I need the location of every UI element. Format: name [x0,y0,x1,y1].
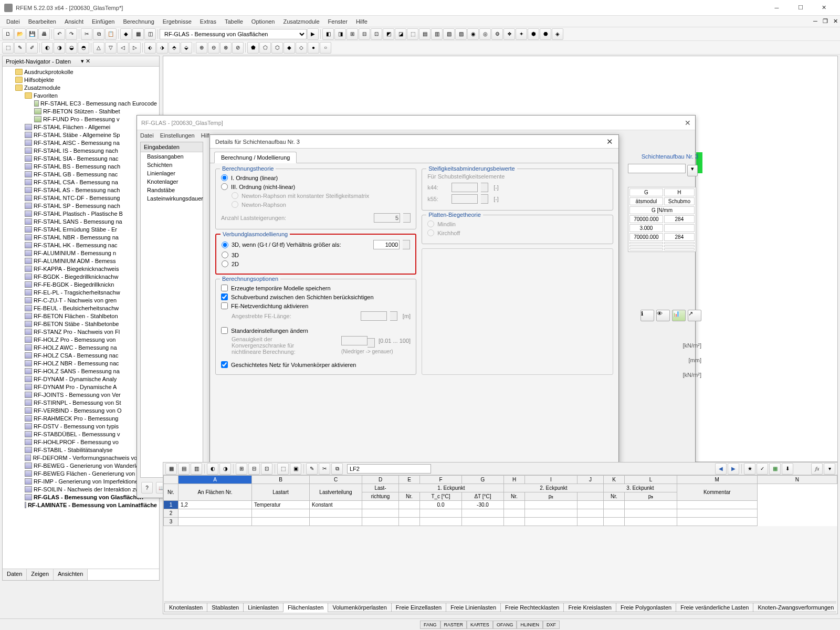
menu-tabelle[interactable]: Tabelle [220,17,247,26]
nav-tab-zeigen[interactable]: Zeigen [27,569,54,580]
tb-b[interactable]: ▦ [132,28,144,40]
radio-nonlinear[interactable] [221,183,228,190]
check-layeredmesh[interactable] [221,361,228,368]
ba-tab[interactable]: Knoten-Zwangsverformungen [753,603,836,612]
tb-copy[interactable]: ⧉ [93,28,104,40]
ba-tab[interactable]: Knotenlasten [164,603,207,612]
ba-c[interactable]: ▥ [191,463,202,475]
pick-icon[interactable]: ▾ [687,165,698,176]
minimize-button[interactable]: ─ [765,1,789,15]
menu-bearbeiten[interactable]: Bearbeiten [24,17,60,26]
ba-n[interactable]: ★ [744,463,755,475]
tree-item[interactable]: RF-HOLZ NBR - Bemessung nac [4,359,158,367]
schichtenaufbau-link[interactable]: Schichtenaufbau Nr. 3 [628,152,701,161]
ba-a[interactable]: ▦ [165,463,177,475]
sb-hlinien[interactable]: HLINIEN [517,621,543,629]
menu-ergebnisse[interactable]: Ergebnisse [159,17,196,26]
ba-tab[interactable]: Freie Polygonlasten [616,603,676,612]
ba-tab[interactable]: Freie Einzellasten [391,603,446,612]
radio-2d[interactable] [222,260,228,267]
tree-item[interactable]: Ausdruckprotokolle [4,68,158,76]
ba-b[interactable]: ▤ [178,463,190,475]
tree-item[interactable]: RF-SOILIN - Nachweis der Interaktion zwi… [4,485,158,493]
ba-tab[interactable]: Volumenkörperlasten [328,603,391,612]
tree-item[interactable]: RF-KAPPA - Biegeknicknachweis [4,265,158,272]
tree-item[interactable]: RF-BETON Stäbe - Stahlbetonbe [4,320,158,328]
ratio-input[interactable] [373,240,400,249]
tb-x1[interactable]: ◧ [322,28,334,40]
rs-btn-2[interactable]: 👁 [656,310,670,321]
sb-raster[interactable]: RASTER [440,621,467,629]
tb2-w[interactable]: ◆ [284,42,295,54]
menu-optionen[interactable]: Optionen [247,17,279,26]
tree-item[interactable]: RF-STAHL NBR - Bemessung na [4,233,158,241]
nav-tab-daten[interactable]: Daten [3,569,27,580]
tb-x15[interactable]: ⚙ [491,28,503,40]
tb-x16[interactable]: ❖ [503,28,515,40]
tb-x20[interactable]: ◈ [552,28,563,40]
rs-btn-3[interactable]: 📊 [672,310,686,321]
tb2-d[interactable]: ◐ [41,42,53,54]
tb2-o[interactable]: ⬙ [181,42,192,54]
menu-zusatzmodule[interactable]: Zusatzmodule [279,17,324,26]
rs-btn-4[interactable]: ↗ [688,310,701,321]
ba-tab[interactable]: Freie veränderliche Lasten [676,603,753,612]
tb2-g[interactable]: ◓ [78,42,89,54]
tb-x3[interactable]: ⊞ [346,28,358,40]
ba-next[interactable]: ▶ [728,463,739,475]
check-tempmodels[interactable] [221,285,228,291]
tb-new[interactable]: 🗋 [2,28,14,40]
menu-datei[interactable]: Datei [2,17,24,26]
tree-item[interactable]: RF-BEWEG - Generierung von Wanderlasten [4,461,158,469]
tb-x4[interactable]: ⊟ [359,28,370,40]
doc-close-icon[interactable]: ✕ [833,18,838,25]
radio-3d[interactable] [222,251,228,258]
tb-a[interactable]: ◆ [120,28,132,40]
ba-fx[interactable]: 𝑓𝑥 [811,463,823,475]
tree-item[interactable]: RF-STAHL Stäbe - Allgemeine Sp [4,131,158,139]
tree-item[interactable]: RF-BGDK - Biegedrillknicknachw [4,272,158,280]
ba-m[interactable]: ⧉ [331,463,343,475]
tree-item[interactable]: RF-DYNAM Pro - Dynamische A [4,383,158,391]
nav-tab-ansichten[interactable]: Ansichten [54,569,88,580]
tb-x11[interactable]: ▧ [443,28,455,40]
tb-x8[interactable]: ⬚ [407,28,418,40]
tb2-z[interactable]: ○ [320,42,331,54]
ba-g[interactable]: ⊟ [248,463,260,475]
ba-e[interactable]: ◑ [219,463,231,475]
maximize-button[interactable]: ☐ [789,1,812,15]
ba-tab[interactable]: Linienlasten [243,603,284,612]
ba-h[interactable]: ⊡ [261,463,272,475]
tree-item[interactable]: FE-BEUL - Beulsicherheitsnachw [4,304,158,312]
ba-l[interactable]: ✂ [319,463,330,475]
tb-cut[interactable]: ✂ [81,28,92,40]
menu-berechnung[interactable]: Berechnung [119,17,158,26]
tb-x10[interactable]: ▥ [431,28,443,40]
ba-tab[interactable]: Freie Rechtecklasten [500,603,564,612]
ba-q[interactable]: ▾ [824,463,835,475]
ba-tab[interactable]: Flächenlasten [283,603,329,612]
tb2-e[interactable]: ◑ [54,42,65,54]
tb-x6[interactable]: ◩ [383,28,394,40]
tb2-p[interactable]: ⊕ [196,42,207,54]
module-combo[interactable]: RF-GLAS - Bemessung von Glasflächen [160,29,307,39]
tree-item[interactable]: RF-STABIL - Stabilitätsanalyse [4,446,158,454]
tb-open[interactable]: 📂 [14,28,26,40]
tb-x17[interactable]: ✦ [516,28,527,40]
tb-run[interactable]: ▶ [307,28,319,40]
tb2-l[interactable]: ⬖ [144,42,156,54]
doc-restore-icon[interactable]: ❐ [823,18,828,25]
tb-paste[interactable]: 📋 [105,28,117,40]
tree-item[interactable]: RF-ALUMINIUM - Bemessung n [4,249,158,257]
tb-x5[interactable]: ⊡ [371,28,382,40]
tree-item[interactable]: RF-FUND Pro - Bemessung v [4,115,158,123]
ba-j[interactable]: ▣ [290,463,301,475]
tree-item[interactable]: RF-STAHL BS - Bemessung nach [4,162,158,170]
ba-i[interactable]: ⬚ [277,463,289,475]
nav-knotenlager[interactable]: Knotenlager [141,177,203,186]
tree-item[interactable]: RF-BETON Flächen - Stahlbeton [4,312,158,320]
tree-item[interactable]: RF-DEFORM - Verformungsnachweis von Stäb… [4,454,158,461]
tb2-m[interactable]: ⬗ [156,42,168,54]
tb-c[interactable]: ◫ [144,28,156,40]
radio-linear[interactable] [221,174,228,181]
